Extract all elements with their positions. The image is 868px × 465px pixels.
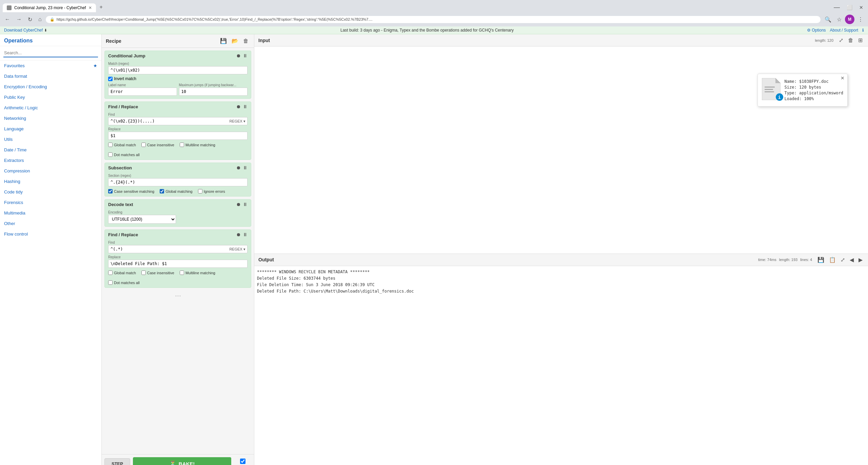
dot-all-1-label[interactable]: Dot matches all [108,152,140,157]
home-btn[interactable]: ⌂ [36,15,44,24]
output-right-btn[interactable]: ▶ [857,256,864,264]
sidebar-item-compression[interactable]: Compression [0,166,101,176]
conditional-jump-disable-btn[interactable]: ⏺ [236,53,241,58]
new-tab-button[interactable]: + [96,2,106,12]
global-match-2-label[interactable]: Global match [108,271,136,275]
dot-all-1-checkbox[interactable] [108,152,113,157]
dot-all-2-checkbox[interactable] [108,280,113,285]
global-match-1-checkbox[interactable] [108,143,113,147]
replace-2-input[interactable] [108,260,248,268]
forward-btn[interactable]: → [14,15,24,24]
close-window-btn[interactable]: ✕ [857,3,865,12]
input-grid-btn[interactable]: ⊞ [857,36,864,44]
output-copy-btn[interactable]: 📋 [828,256,837,264]
global-matching-checkbox[interactable] [160,189,164,193]
find-replace-1-disable-btn[interactable]: ⏺ [236,104,241,109]
conditional-jump-pause-btn[interactable]: ⏸ [243,53,248,58]
multiline-1-checkbox[interactable] [180,143,184,147]
find-1-input[interactable] [108,117,248,125]
minimize-btn[interactable]: — [832,2,842,12]
sidebar-item-code-tidy[interactable]: Code tidy [0,187,101,197]
sidebar-item-public-key[interactable]: Public Key [0,92,101,103]
sidebar-item-networking[interactable]: Networking [0,113,101,124]
case-sensitive-label[interactable]: Case sensitive matching [108,189,154,193]
about-support-link[interactable]: About / Support [830,28,858,33]
sidebar-item-other[interactable]: Other [0,218,101,229]
sidebar-header: Operations [0,34,101,46]
invert-match-checkbox-label[interactable]: Invert match [108,76,136,81]
restore-btn[interactable]: ⬜ [845,3,854,12]
save-recipe-btn[interactable]: 💾 [219,37,228,45]
encoding-select[interactable]: UTF16LE (1200) [108,215,176,224]
sidebar-item-encryption[interactable]: Encryption / Encoding [0,81,101,92]
bake-button[interactable]: ⏳ BAKE! [133,457,231,465]
refresh-btn[interactable]: ↻ [26,15,34,24]
decode-text-pause-btn[interactable]: ⏸ [243,202,248,207]
invert-match-checkbox[interactable] [108,77,113,81]
find-1-regex-btn[interactable]: REGEX ▾ [229,119,245,124]
ignore-errors-checkbox[interactable] [198,189,202,193]
output-left-btn[interactable]: ◀ [848,256,855,264]
find-replace-1-body: Find REGEX ▾ Replace [105,111,251,160]
case-insensitive-2-label[interactable]: Case insensitive [141,271,174,275]
multiline-2-checkbox[interactable] [180,271,184,275]
max-jumps-input[interactable] [179,88,248,96]
find-2-regex-btn[interactable]: REGEX ▾ [229,247,245,252]
bookmark-icon[interactable]: ☆ [835,15,844,24]
output-save-btn[interactable]: 💾 [816,256,826,264]
subsection-disable-btn[interactable]: ⏺ [236,165,241,170]
popup-close-btn[interactable]: ✕ [841,75,845,81]
sidebar-item-language[interactable]: Language [0,124,101,134]
find-2-input[interactable] [108,245,248,253]
global-match-2-checkbox[interactable] [108,271,113,275]
input-expand-btn[interactable]: ⤢ [837,36,845,44]
output-text: ******** WINDOWS RECYCLE BIN METADATA **… [257,269,865,295]
profile-icon[interactable]: M [845,15,854,24]
sidebar-item-hashing[interactable]: Hashing [0,176,101,187]
sidebar-item-data-format[interactable]: Data format [0,71,101,81]
input-content[interactable]: i Name: $1038FPY.doc Size: 120 bytes Typ… [254,46,868,254]
step-button[interactable]: STEP [104,458,130,465]
sidebar-item-favourites[interactable]: Favourites ★ [0,60,101,71]
auto-bake-checkbox[interactable] [240,459,245,464]
tab-close-btn[interactable]: ✕ [88,5,92,10]
input-clear-btn[interactable]: 🗑 [847,36,855,44]
section-input[interactable] [108,178,248,186]
replace-1-input[interactable] [108,132,248,140]
sidebar-item-forensics[interactable]: Forensics [0,197,101,208]
global-matching-label[interactable]: Global matching [160,189,193,193]
case-insensitive-2-checkbox[interactable] [141,271,146,275]
search-icon[interactable]: 🔍 [823,15,833,24]
download-link[interactable]: Download CyberChef [4,28,43,33]
find-replace-2-disable-btn[interactable]: ⏺ [236,232,241,237]
sidebar-item-flow-control[interactable]: Flow control [0,229,101,239]
search-input[interactable] [3,49,98,57]
label-name-input[interactable] [108,88,177,96]
match-input[interactable] [108,66,248,74]
multiline-2-label[interactable]: Multiline matching [180,271,215,275]
menu-icon[interactable]: ⋮ [856,15,865,24]
multiline-1-label[interactable]: Multiline matching [180,143,215,147]
ignore-errors-label[interactable]: Ignore errors [198,189,225,193]
back-btn[interactable]: ← [3,15,12,24]
options-link[interactable]: ⚙ Options [807,28,826,33]
sidebar-item-multimedia[interactable]: Multimedia [0,208,101,218]
address-bar[interactable]: 🔒 https://gchq.github.io/CyberChef/#reci… [46,16,821,23]
dot-all-2-label[interactable]: Dot matches all [108,280,140,285]
sidebar-item-extractors[interactable]: Extractors [0,155,101,166]
clear-recipe-btn[interactable]: 🗑 [242,37,250,45]
output-expand-btn[interactable]: ⤢ [839,256,846,264]
global-match-1-label[interactable]: Global match [108,143,136,147]
case-insensitive-1-label[interactable]: Case insensitive [141,143,174,147]
subsection-pause-btn[interactable]: ⏸ [243,165,248,170]
decode-text-disable-btn[interactable]: ⏺ [236,202,241,207]
open-recipe-btn[interactable]: 📂 [230,37,240,45]
sidebar-item-utils[interactable]: Utils [0,134,101,145]
find-replace-2-pause-btn[interactable]: ⏸ [243,232,248,237]
sidebar-item-date-time[interactable]: Date / Time [0,145,101,155]
case-sensitive-checkbox[interactable] [108,189,113,193]
sidebar-item-arithmetic[interactable]: Arithmetic / Logic [0,103,101,113]
case-insensitive-1-checkbox[interactable] [141,143,146,147]
active-tab[interactable]: Conditional Jump, 23 more - CyberChef ✕ [3,3,96,12]
find-replace-1-pause-btn[interactable]: ⏸ [243,104,248,109]
